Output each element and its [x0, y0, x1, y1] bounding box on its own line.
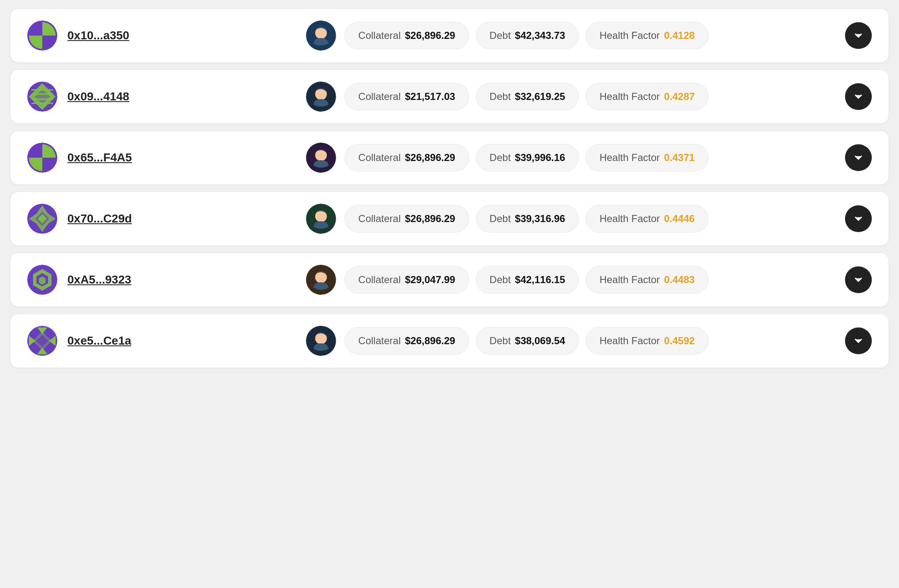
stats-row-2: Collateral $21,517.03 Debt $32,619.25 He… — [344, 83, 709, 110]
avatar-icon-3 — [306, 143, 336, 173]
center-section-6: Collateral $26,896.29 Debt $38,069.54 He… — [170, 326, 845, 356]
stats-row-6: Collateral $26,896.29 Debt $38,069.54 He… — [344, 327, 709, 355]
position-card-3: 0x65...F4A5 Collateral $26,896.29 Debt $… — [10, 130, 889, 185]
health-label-6: Health Factor — [599, 335, 660, 347]
health-label-5: Health Factor — [599, 274, 660, 286]
debt-label-6: Debt — [490, 335, 511, 347]
left-section-2: 0x09...4148 — [27, 82, 170, 112]
health-pill-3: Health Factor 0.4371 — [586, 144, 708, 171]
avatar-icon-5 — [306, 265, 336, 295]
debt-value-3: $39,996.16 — [515, 152, 565, 164]
collateral-label-6: Collateral — [358, 335, 401, 347]
positions-list: 0x10...a350 Collateral $26,896.29 Debt $… — [10, 8, 889, 368]
debt-label-2: Debt — [490, 91, 511, 102]
collateral-label-2: Collateral — [358, 91, 401, 102]
collateral-pill-6: Collateral $26,896.29 — [344, 327, 469, 355]
collateral-value-5: $29,047.99 — [405, 274, 455, 286]
collateral-pill-3: Collateral $26,896.29 — [344, 144, 469, 171]
wallet-address-2[interactable]: 0x09...4148 — [67, 90, 129, 103]
health-value-2: 0.4287 — [664, 91, 695, 102]
collateral-pill-2: Collateral $21,517.03 — [344, 83, 469, 110]
wallet-address-6[interactable]: 0xe5...Ce1a — [67, 334, 131, 348]
health-pill-6: Health Factor 0.4592 — [586, 327, 708, 355]
left-section-5: 0xA5...9323 — [27, 265, 170, 295]
stats-row-3: Collateral $26,896.29 Debt $39,996.16 He… — [344, 144, 709, 171]
debt-value-6: $38,069.54 — [515, 335, 565, 347]
wallet-address-5[interactable]: 0xA5...9323 — [67, 273, 131, 286]
wallet-icon-2 — [27, 82, 57, 112]
avatar-icon-1 — [306, 20, 336, 51]
collateral-value-2: $21,517.03 — [405, 91, 455, 102]
dropdown-button-1[interactable] — [845, 22, 872, 49]
left-section-4: 0x70...C29d — [27, 204, 170, 234]
position-card-5: 0xA5...9323 Collateral $29,047.99 Debt $… — [10, 253, 889, 307]
left-section-1: 0x10...a350 — [27, 20, 170, 51]
debt-value-4: $39,316.96 — [515, 213, 565, 225]
debt-value-2: $32,619.25 — [515, 91, 565, 102]
stats-row-1: Collateral $26,896.29 Debt $42,343.73 He… — [344, 22, 709, 49]
wallet-icon-5 — [27, 265, 57, 295]
debt-label-3: Debt — [490, 152, 511, 164]
health-value-5: 0.4483 — [664, 274, 695, 286]
position-card-4: 0x70...C29d Collateral $26,896.29 Debt $… — [10, 192, 889, 246]
debt-value-1: $42,343.73 — [515, 30, 565, 41]
chevron-down-icon — [853, 30, 864, 41]
wallet-icon-1 — [27, 20, 57, 51]
chevron-down-icon — [853, 91, 864, 102]
stats-row-4: Collateral $26,896.29 Debt $39,316.96 He… — [344, 205, 709, 233]
center-section-3: Collateral $26,896.29 Debt $39,996.16 He… — [170, 143, 845, 173]
debt-pill-6: Debt $38,069.54 — [476, 327, 579, 355]
health-label-2: Health Factor — [599, 91, 660, 102]
debt-pill-3: Debt $39,996.16 — [476, 144, 579, 171]
health-value-1: 0.4128 — [664, 30, 695, 41]
health-value-3: 0.4371 — [664, 152, 695, 164]
avatar-icon-2 — [306, 82, 336, 112]
dropdown-button-2[interactable] — [845, 83, 872, 110]
dropdown-button-5[interactable] — [845, 266, 872, 293]
debt-label-4: Debt — [490, 213, 511, 225]
stats-row-5: Collateral $29,047.99 Debt $42,116.15 He… — [344, 266, 709, 294]
wallet-address-1[interactable]: 0x10...a350 — [67, 29, 129, 42]
health-label-3: Health Factor — [599, 152, 660, 164]
collateral-value-6: $26,896.29 — [405, 335, 455, 347]
debt-pill-1: Debt $42,343.73 — [476, 22, 579, 49]
health-pill-4: Health Factor 0.4446 — [586, 205, 708, 233]
chevron-down-icon — [853, 274, 864, 286]
health-value-4: 0.4446 — [664, 213, 695, 225]
avatar-icon-6 — [306, 326, 336, 356]
chevron-down-icon — [853, 335, 864, 347]
dropdown-button-6[interactable] — [845, 327, 872, 354]
collateral-label-3: Collateral — [358, 152, 401, 164]
debt-pill-5: Debt $42,116.15 — [476, 266, 579, 294]
debt-pill-2: Debt $32,619.25 — [476, 83, 579, 110]
collateral-pill-4: Collateral $26,896.29 — [344, 205, 469, 233]
wallet-icon-4 — [27, 204, 57, 234]
center-section-1: Collateral $26,896.29 Debt $42,343.73 He… — [170, 20, 845, 51]
left-section-6: 0xe5...Ce1a — [27, 326, 170, 356]
wallet-icon-6 — [27, 326, 57, 356]
collateral-value-3: $26,896.29 — [405, 152, 455, 164]
dropdown-button-3[interactable] — [845, 144, 872, 171]
collateral-value-1: $26,896.29 — [405, 30, 455, 41]
health-pill-2: Health Factor 0.4287 — [586, 83, 708, 110]
collateral-value-4: $26,896.29 — [405, 213, 455, 225]
wallet-address-3[interactable]: 0x65...F4A5 — [67, 151, 132, 164]
debt-label-1: Debt — [490, 30, 511, 41]
collateral-pill-1: Collateral $26,896.29 — [344, 22, 469, 49]
wallet-icon-3 — [27, 143, 57, 173]
chevron-down-icon — [853, 213, 864, 225]
position-card-2: 0x09...4148 Collateral $21,517.03 Debt $… — [10, 69, 889, 124]
health-label-1: Health Factor — [599, 30, 660, 41]
collateral-label-4: Collateral — [358, 213, 401, 225]
health-pill-1: Health Factor 0.4128 — [586, 22, 708, 49]
health-label-4: Health Factor — [599, 213, 660, 225]
wallet-address-4[interactable]: 0x70...C29d — [67, 212, 132, 225]
debt-pill-4: Debt $39,316.96 — [476, 205, 579, 233]
debt-value-5: $42,116.15 — [515, 274, 565, 286]
health-value-6: 0.4592 — [664, 335, 695, 347]
center-section-4: Collateral $26,896.29 Debt $39,316.96 He… — [170, 204, 845, 234]
avatar-icon-4 — [306, 204, 336, 234]
dropdown-button-4[interactable] — [845, 205, 872, 232]
position-card-1: 0x10...a350 Collateral $26,896.29 Debt $… — [10, 8, 889, 63]
collateral-label-5: Collateral — [358, 274, 401, 286]
